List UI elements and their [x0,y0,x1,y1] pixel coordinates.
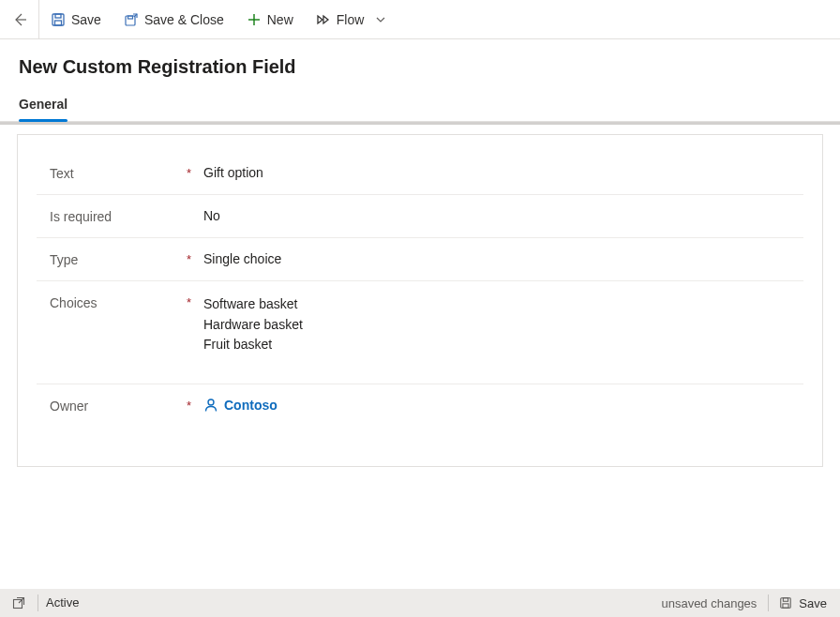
tab-general-label: General [19,97,68,112]
field-owner-value[interactable]: Contoso [203,398,803,415]
owner-name: Contoso [224,398,278,413]
field-owner[interactable]: Owner * Contoso [37,384,803,429]
owner-lookup-link[interactable]: Contoso [203,398,278,413]
record-state: Active [38,594,86,611]
svg-rect-11 [784,598,788,602]
unsaved-indicator: unsaved changes [650,596,768,610]
save-button[interactable]: Save [39,0,112,39]
field-choices-label: Choices [37,294,187,310]
required-marker [187,208,203,209]
save-close-icon [124,12,139,27]
svg-rect-1 [52,14,64,25]
save-close-label: Save & Close [144,12,224,27]
popout-icon[interactable] [0,596,38,609]
field-owner-label: Owner [37,398,187,414]
field-isrequired[interactable]: Is required No [37,195,803,238]
new-label: New [267,12,293,27]
svg-rect-5 [128,16,132,19]
form-scroll-area[interactable]: Text * Gift option Is required No Type *… [0,122,840,585]
flow-button[interactable]: Flow [305,0,400,39]
page-header: New Custom Registration Field [0,39,840,78]
field-isrequired-value[interactable]: No [203,208,803,223]
field-type[interactable]: Type * Single choice [37,238,803,281]
flow-label: Flow [337,12,365,27]
status-save-button[interactable]: Save [768,594,840,611]
status-save-label: Save [799,596,827,610]
back-button[interactable] [0,0,39,39]
flow-icon [316,12,331,27]
required-marker: * [187,398,203,413]
tab-strip: General [0,89,840,122]
field-type-value[interactable]: Single choice [203,251,803,266]
field-text-label: Text [37,165,187,181]
required-marker: * [187,165,203,180]
svg-rect-2 [55,14,61,18]
save-icon [778,595,793,610]
plus-icon [247,12,262,27]
choice-line: Software basket [203,294,803,315]
choice-line: Fruit basket [203,335,803,355]
field-type-label: Type [37,251,187,267]
person-icon [203,398,218,413]
field-text[interactable]: Text * Gift option [37,152,803,195]
save-label: Save [71,12,101,27]
required-marker: * [187,251,203,266]
command-bar: Save Save & Close New Flow [0,0,840,39]
save-close-button[interactable]: Save & Close [112,0,235,39]
svg-rect-10 [781,598,791,609]
choice-line: Hardware basket [203,315,803,336]
field-choices[interactable]: Choices * Software basket Hardware baske… [37,281,803,384]
status-bar: Active unsaved changes Save [0,589,840,617]
svg-point-8 [208,399,214,405]
page-title: New Custom Registration Field [19,56,821,78]
tab-general[interactable]: General [19,89,68,121]
field-isrequired-label: Is required [37,208,187,224]
field-choices-value[interactable]: Software basket Hardware basket Fruit ba… [203,294,803,355]
back-arrow-icon [12,12,27,27]
required-marker: * [187,294,203,309]
svg-rect-3 [55,21,62,25]
chevron-down-icon [373,12,388,27]
save-icon [51,12,66,27]
svg-rect-4 [126,16,135,25]
svg-rect-12 [783,604,788,608]
form-card: Text * Gift option Is required No Type *… [17,134,823,467]
field-text-value[interactable]: Gift option [203,165,803,180]
new-button[interactable]: New [235,0,305,39]
